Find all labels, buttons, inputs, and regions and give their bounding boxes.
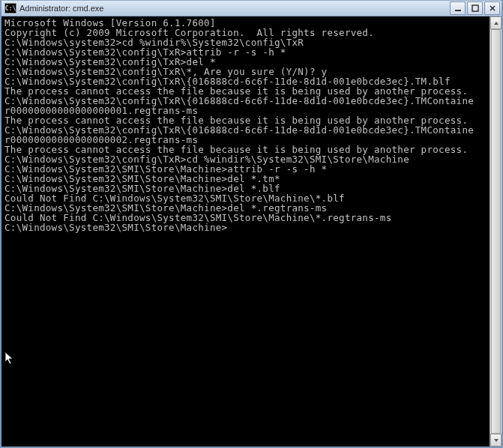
scroll-down-button[interactable] bbox=[490, 434, 502, 447]
close-icon bbox=[489, 4, 496, 12]
maximize-icon bbox=[472, 4, 479, 12]
window-controls bbox=[450, 1, 500, 15]
mouse-cursor-icon bbox=[4, 351, 15, 367]
cmd-icon: C:\ bbox=[4, 3, 16, 13]
svg-rect-0 bbox=[455, 10, 461, 11]
terminal-line: C:\Windows\System32\SMI\Store\Machine> bbox=[4, 223, 487, 232]
chevron-up-icon bbox=[493, 20, 499, 26]
scroll-up-button[interactable] bbox=[490, 16, 502, 29]
svg-marker-5 bbox=[494, 439, 499, 442]
titlebar[interactable]: C:\ Administrator: cmd.exe bbox=[1, 0, 502, 16]
minimize-button[interactable] bbox=[450, 1, 466, 15]
svg-marker-6 bbox=[5, 352, 13, 364]
window-title: Administrator: cmd.exe bbox=[19, 4, 450, 13]
minimize-icon bbox=[454, 4, 462, 12]
cmd-window: C:\ Administrator: cmd.exe Microsoft Win… bbox=[0, 0, 503, 448]
terminal-output[interactable]: Microsoft Windows [Version 6.1.7600]Copy… bbox=[1, 16, 490, 447]
scroll-thumb[interactable] bbox=[491, 29, 501, 434]
vertical-scrollbar[interactable] bbox=[490, 16, 502, 447]
svg-marker-4 bbox=[494, 22, 499, 25]
scroll-track[interactable] bbox=[490, 29, 502, 434]
chevron-down-icon bbox=[493, 438, 499, 444]
maximize-button[interactable] bbox=[467, 1, 483, 15]
close-button[interactable] bbox=[484, 1, 500, 15]
svg-rect-1 bbox=[472, 5, 478, 11]
